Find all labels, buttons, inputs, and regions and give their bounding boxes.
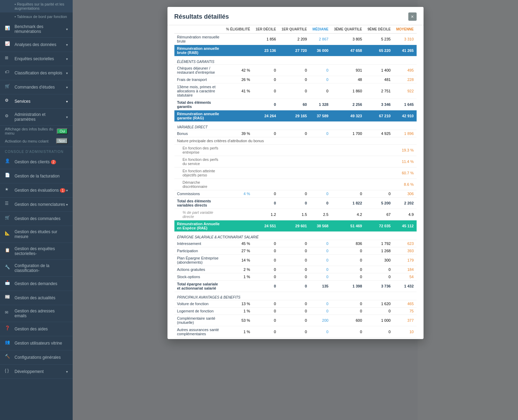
sidebar-item-actualites-label: Gestion des actualités	[15, 295, 68, 300]
row-d9	[365, 179, 393, 190]
sidebar-item-config[interactable]: 🔧 Configuration de la classification-	[0, 260, 73, 277]
table-row: Nature principale des critères d'attribu…	[174, 137, 417, 145]
row-q3: 3 805	[331, 34, 365, 45]
measure-icon: 📐	[5, 231, 12, 238]
row-q1: 0	[279, 315, 310, 326]
table-row: Rémunération Annuelle en Espèce (RAE)24 …	[174, 220, 417, 232]
row-mean: 75	[393, 308, 417, 315]
row-eligibility: 26 %	[223, 76, 253, 83]
sidebar-item-evaluations-label: Gestion des évaluations 1	[15, 188, 66, 193]
col-header-q3: 3ÈME QUARTILE	[331, 25, 365, 34]
modal-close-button[interactable]: ×	[408, 12, 417, 21]
row-median: 0	[310, 300, 331, 308]
sidebar-item-benchmark[interactable]: 📊 Benchmark des rémunérations ▾	[0, 21, 73, 38]
row-d9	[365, 167, 393, 179]
table-row: Total des éléments variables directs0001…	[174, 198, 417, 209]
sidebar-item-actualites[interactable]: 📰 Gestion des actualités	[0, 291, 73, 305]
sidebar-item-services[interactable]: ⚙ Services ▾	[0, 94, 73, 109]
sidebar-item-classification[interactable]: 🏷 Classification des emplois ▾	[0, 66, 73, 80]
table-row: ÉPARGNE SALARIALE & ACTIONNARIAT SALARIÉ	[174, 232, 417, 240]
section-label: ÉPARGNE SALARIALE & ACTIONNARIAT SALARIÉ	[174, 232, 417, 240]
sidebar-item-evaluations[interactable]: ★ Gestion des évaluations 1 ▾	[0, 183, 73, 198]
row-q3: 1 398	[331, 281, 365, 292]
chevron-icon: ▾	[66, 57, 68, 61]
sidebar-item-facturation-label: Gestion de la facturation	[15, 174, 68, 179]
sidebar-sub-requetes[interactable]: • Requêtes sur la parité et les augmenta…	[0, 0, 73, 12]
row-d1: 0	[253, 308, 279, 315]
row-mean: 184	[393, 266, 417, 273]
sidebar-item-developpement[interactable]: { } Développement ▾	[0, 365, 73, 379]
chart-icon: 📊	[5, 26, 12, 33]
row-label: % de part variable directe	[174, 209, 224, 220]
chevron-icon: ▾	[66, 370, 68, 374]
row-d9: 5 200	[365, 198, 393, 209]
results-modal: Résultats détaillés × % ÉLIGIBILITÉ 1ER …	[167, 7, 424, 339]
table-row: En fonction atteinte objectifs perso60.7…	[174, 167, 417, 179]
row-d9: 0	[365, 308, 393, 315]
row-median: 0	[310, 76, 331, 83]
help-icon: ❓	[5, 326, 12, 332]
row-d1: 0	[253, 255, 279, 266]
sidebar-item-etudes[interactable]: 📐 Gestion des études sur mesure	[0, 226, 73, 243]
sidebar-item-demandes[interactable]: 📩 Gestion des demandes	[0, 277, 73, 291]
row-d1: 1 856	[253, 34, 279, 45]
row-q1: 29 601	[279, 220, 310, 232]
sidebar-item-facturation[interactable]: 📄 Gestion de la facturation	[0, 169, 73, 183]
row-d1	[253, 167, 279, 179]
row-q1: 0	[279, 300, 310, 308]
sidebar-item-commandes2[interactable]: 🛒 Gestion des commandes	[0, 212, 73, 226]
sidebar-item-aides[interactable]: ❓ Gestion des aides	[0, 322, 73, 336]
row-label: Rémunération Annuelle en Espèce (RAE)	[174, 220, 224, 232]
section-label: VARIABLE DIRECT	[174, 122, 417, 130]
row-label: Rémunération mensuelle brute	[174, 34, 224, 45]
sidebar-item-clients-label: Gestion des clients 2	[15, 159, 68, 164]
row-d9	[365, 156, 393, 167]
row-median: 0	[310, 198, 331, 209]
row-d1: 0	[253, 281, 279, 292]
sidebar-sub-tableaux[interactable]: • Tableaux de bord par fonction	[0, 12, 73, 21]
row-label: En fonction des perfs entreprise	[174, 145, 224, 156]
row-eligibility	[223, 281, 253, 292]
row-label: Stock-options	[174, 273, 224, 281]
row-q1: 29 165	[279, 110, 310, 122]
table-row: Commissions4 %00000306	[174, 190, 417, 198]
sidebar-item-analyses[interactable]: 📈 Analyses des données ▾	[0, 38, 73, 52]
sidebar-item-commandes[interactable]: 🛒 Commandes d'études ▾	[0, 80, 73, 94]
row-q3	[331, 156, 365, 167]
sidebar-item-admin-label: Administration et paramètres	[15, 112, 66, 122]
sidebar-item-enquetes2[interactable]: 📋 Gestion des enquêtes sectorielles-	[0, 243, 73, 260]
email-icon: ✉	[5, 310, 12, 317]
row-d1: 0	[253, 338, 279, 339]
sidebar-item-utilisateurs[interactable]: 👥 Gestion utilisateurs vitrine	[0, 336, 73, 350]
table-row: Prévoyance21 %0000324112	[174, 338, 417, 339]
row-median: 2 867	[310, 34, 331, 45]
col-header-eligibility: % ÉLIGIBILITÉ	[223, 25, 253, 34]
row-median: 36 000	[310, 45, 331, 56]
subsection-label: Nature principale des critères d'attribu…	[174, 137, 417, 145]
row-q3: 0	[331, 338, 365, 339]
modal-body: % ÉLIGIBILITÉ 1ER DÉCILE 1ER QUARTILE MÉ…	[167, 25, 424, 339]
row-q3: 1 860	[331, 83, 365, 99]
row-mean: 228	[393, 76, 417, 83]
row-d1: 23 136	[253, 45, 279, 56]
person-icon: 👤	[5, 158, 12, 165]
results-table: % ÉLIGIBILITÉ 1ER DÉCILE 1ER QUARTILE MÉ…	[174, 25, 417, 339]
table-row: VARIABLE DIRECT	[174, 122, 417, 130]
chevron-icon: ▾	[66, 100, 68, 103]
row-d1: 0	[253, 240, 279, 247]
row-q1: 2 209	[279, 34, 310, 45]
row-eligibility: 45 %	[223, 240, 253, 247]
row-mean: 495	[393, 65, 417, 76]
sidebar-item-services-label: Services	[15, 99, 66, 104]
row-eligibility: 27 %	[223, 247, 253, 255]
table-row: Rémunération mensuelle brute1 8562 2092 …	[174, 34, 417, 45]
row-q3: 51 469	[331, 220, 365, 232]
sidebar-item-enquetes[interactable]: ⊞ Enquêtes sectorielles ▾	[0, 52, 73, 66]
sidebar-item-configurations[interactable]: 🔨 Configurations générales	[0, 350, 73, 365]
sidebar-item-admin[interactable]: ⚙ Administration et paramètres ▾	[0, 109, 73, 126]
toggle-non-button[interactable]: Non	[56, 138, 68, 144]
sidebar-item-clients[interactable]: 👤 Gestion des clients 2	[0, 155, 73, 169]
sidebar-item-nomenclatures[interactable]: ☰ Gestion des nomenclatures ▾	[0, 198, 73, 212]
toggle-oui-button[interactable]: Oui	[57, 128, 68, 134]
sidebar-item-emails[interactable]: ✉ Gestion des adresses emails	[0, 305, 73, 322]
